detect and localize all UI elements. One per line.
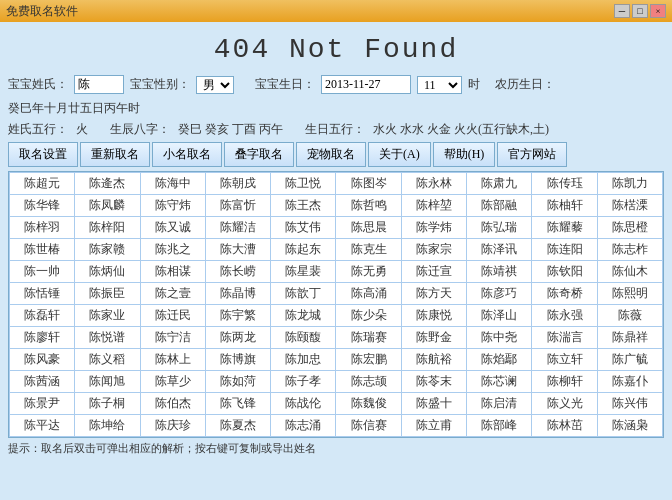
- table-row[interactable]: 陈耀洁: [205, 217, 270, 239]
- table-row[interactable]: 陈海中: [140, 173, 205, 195]
- table-row[interactable]: 陈卫悦: [271, 173, 336, 195]
- table-row[interactable]: 陈泽山: [467, 305, 532, 327]
- table-row[interactable]: 陈兆之: [140, 239, 205, 261]
- table-row[interactable]: 陈钦阳: [532, 261, 597, 283]
- close-btn[interactable]: ×: [650, 4, 666, 18]
- table-row[interactable]: 陈盛十: [401, 393, 466, 415]
- table-row[interactable]: 陈风豪: [10, 349, 75, 371]
- table-row[interactable]: 陈凯力: [597, 173, 662, 195]
- table-row[interactable]: 陈思橙: [597, 217, 662, 239]
- table-row[interactable]: 陈夏杰: [205, 415, 270, 437]
- nickname-btn[interactable]: 小名取名: [152, 142, 222, 167]
- pet-btn[interactable]: 宠物取名: [296, 142, 366, 167]
- table-row[interactable]: 陈连阳: [532, 239, 597, 261]
- table-row[interactable]: 陈克生: [336, 239, 401, 261]
- table-row[interactable]: 陈庆珍: [140, 415, 205, 437]
- table-row[interactable]: 陈星裴: [271, 261, 336, 283]
- help-btn[interactable]: 帮助(H): [433, 142, 496, 167]
- maximize-btn[interactable]: □: [632, 4, 648, 18]
- table-row[interactable]: 陈闻旭: [75, 371, 140, 393]
- table-row[interactable]: 陈肃九: [467, 173, 532, 195]
- table-row[interactable]: 陈宏鹏: [336, 349, 401, 371]
- table-row[interactable]: 陈耀藜: [532, 217, 597, 239]
- table-row[interactable]: 陈志柞: [597, 239, 662, 261]
- table-row[interactable]: 陈振臣: [75, 283, 140, 305]
- table-row[interactable]: 陈恬锤: [10, 283, 75, 305]
- table-row[interactable]: 陈一帅: [10, 261, 75, 283]
- table-row[interactable]: 陈信赛: [336, 415, 401, 437]
- table-row[interactable]: 陈立轩: [532, 349, 597, 371]
- double-btn[interactable]: 叠字取名: [224, 142, 294, 167]
- table-row[interactable]: 陈宁洁: [140, 327, 205, 349]
- table-row[interactable]: 陈起东: [271, 239, 336, 261]
- table-row[interactable]: 陈梓堃: [401, 195, 466, 217]
- table-row[interactable]: 陈家业: [75, 305, 140, 327]
- table-row[interactable]: 陈义稻: [75, 349, 140, 371]
- table-row[interactable]: 陈之壹: [140, 283, 205, 305]
- table-row[interactable]: 陈启清: [467, 393, 532, 415]
- table-row[interactable]: 陈朝戌: [205, 173, 270, 195]
- table-row[interactable]: 陈子桐: [75, 393, 140, 415]
- table-row[interactable]: 陈苓末: [401, 371, 466, 393]
- table-row[interactable]: 陈歆丁: [271, 283, 336, 305]
- table-row[interactable]: 陈方天: [401, 283, 466, 305]
- table-row[interactable]: 陈战伦: [271, 393, 336, 415]
- table-row[interactable]: 陈湍言: [532, 327, 597, 349]
- table-row[interactable]: 陈康悦: [401, 305, 466, 327]
- table-row[interactable]: 陈逄杰: [75, 173, 140, 195]
- table-row[interactable]: 陈熙明: [597, 283, 662, 305]
- table-row[interactable]: 陈又诚: [140, 217, 205, 239]
- table-row[interactable]: 陈柚轩: [532, 195, 597, 217]
- table-row[interactable]: 陈芯谰: [467, 371, 532, 393]
- website-btn[interactable]: 官方网站: [497, 142, 567, 167]
- table-row[interactable]: 陈伯杰: [140, 393, 205, 415]
- minimize-btn[interactable]: ─: [614, 4, 630, 18]
- table-row[interactable]: 陈博旗: [205, 349, 270, 371]
- table-row[interactable]: 陈磊轩: [10, 305, 75, 327]
- table-row[interactable]: 陈高涌: [336, 283, 401, 305]
- table-row[interactable]: 陈义光: [532, 393, 597, 415]
- table-row[interactable]: 陈航裕: [401, 349, 466, 371]
- table-row[interactable]: 陈嘉仆: [597, 371, 662, 393]
- table-row[interactable]: 陈草少: [140, 371, 205, 393]
- table-row[interactable]: 陈永强: [532, 305, 597, 327]
- table-row[interactable]: 陈家赣: [75, 239, 140, 261]
- table-row[interactable]: 陈柳轩: [532, 371, 597, 393]
- table-row[interactable]: 陈哲鸣: [336, 195, 401, 217]
- table-row[interactable]: 陈家宗: [401, 239, 466, 261]
- table-row[interactable]: 陈如菏: [205, 371, 270, 393]
- table-row[interactable]: 陈王杰: [271, 195, 336, 217]
- table-row[interactable]: 陈弘瑞: [467, 217, 532, 239]
- table-row[interactable]: 陈坤给: [75, 415, 140, 437]
- table-row[interactable]: 陈龙城: [271, 305, 336, 327]
- table-row[interactable]: 陈广毓: [597, 349, 662, 371]
- birthday-input[interactable]: [321, 75, 411, 94]
- table-row[interactable]: 陈廖轩: [10, 327, 75, 349]
- table-row[interactable]: 陈颐馥: [271, 327, 336, 349]
- table-row[interactable]: 陈平达: [10, 415, 75, 437]
- table-row[interactable]: 陈中尧: [467, 327, 532, 349]
- table-row[interactable]: 陈志颉: [336, 371, 401, 393]
- table-row[interactable]: 陈富忻: [205, 195, 270, 217]
- table-row[interactable]: 陈楛溧: [597, 195, 662, 217]
- table-row[interactable]: 陈梓阳: [75, 217, 140, 239]
- table-row[interactable]: 陈泽讯: [467, 239, 532, 261]
- table-row[interactable]: 陈仙木: [597, 261, 662, 283]
- table-row[interactable]: 陈图岑: [336, 173, 401, 195]
- table-row[interactable]: 陈奇桥: [532, 283, 597, 305]
- table-row[interactable]: 陈传珏: [532, 173, 597, 195]
- hour-select[interactable]: 11: [417, 76, 462, 94]
- table-row[interactable]: 陈华锋: [10, 195, 75, 217]
- table-row[interactable]: 陈彦巧: [467, 283, 532, 305]
- table-row[interactable]: 陈涵枭: [597, 415, 662, 437]
- table-row[interactable]: 陈少朵: [336, 305, 401, 327]
- table-row[interactable]: 陈兴伟: [597, 393, 662, 415]
- table-row[interactable]: 陈凤麟: [75, 195, 140, 217]
- table-row[interactable]: 陈薇: [597, 305, 662, 327]
- rename-btn[interactable]: 重新取名: [80, 142, 150, 167]
- table-row[interactable]: 陈悦谱: [75, 327, 140, 349]
- table-row[interactable]: 陈志涌: [271, 415, 336, 437]
- table-row[interactable]: 陈长崂: [205, 261, 270, 283]
- table-row[interactable]: 陈景尹: [10, 393, 75, 415]
- table-row[interactable]: 陈炳仙: [75, 261, 140, 283]
